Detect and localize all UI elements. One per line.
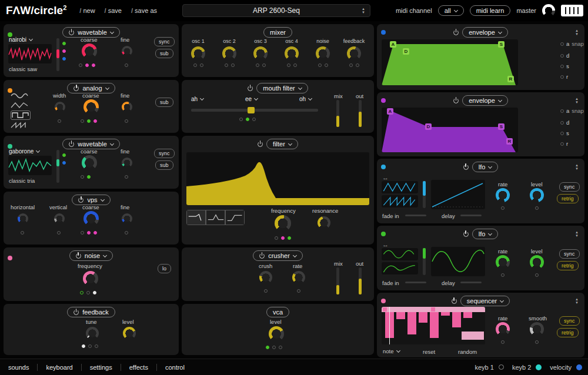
osc2-level-knob[interactable]: [222, 46, 236, 61]
seq-module-selector[interactable]: sequencer: [460, 296, 510, 306]
env-release-handle[interactable]: R: [507, 76, 514, 82]
snap-label[interactable]: snap: [572, 41, 584, 47]
osc3-fine-knob[interactable]: [122, 158, 132, 168]
env-attack-handle[interactable]: A: [387, 108, 393, 115]
lfo2-wave-thumb-2[interactable]: [382, 262, 418, 274]
power-icon[interactable]: [248, 86, 253, 91]
module-stepper-icon[interactable]: [575, 29, 579, 36]
filter-module-selector[interactable]: filter: [266, 139, 298, 149]
env-decay-handle[interactable]: D: [425, 123, 432, 130]
power-icon[interactable]: [453, 30, 459, 35]
power-icon[interactable]: [69, 30, 74, 35]
osc1-fine-knob[interactable]: [122, 46, 132, 56]
mod-source-circle[interactable]: [560, 109, 564, 113]
crusher-module-selector[interactable]: crusher: [253, 250, 303, 261]
lfo1-level-knob[interactable]: [530, 188, 544, 202]
mouth-module-selector[interactable]: mouth filter: [256, 83, 308, 93]
power-icon[interactable]: [78, 197, 83, 203]
seq-bars[interactable]: [385, 312, 472, 338]
env1-envelope-display[interactable]: A D S R: [382, 39, 518, 85]
filter-type-bandpass-icon[interactable]: [206, 210, 225, 225]
module-stepper-icon[interactable]: [575, 98, 579, 104]
vowel-a-dropdown[interactable]: ah: [191, 96, 203, 102]
vps-vertical-knob[interactable]: [54, 213, 65, 224]
mod-source-circle[interactable]: [560, 42, 564, 46]
osc1-sync-button[interactable]: sync: [154, 37, 175, 46]
env-release-handle[interactable]: R: [506, 138, 513, 145]
vps-coarse-knob[interactable]: [83, 211, 99, 226]
lfo2-level-knob[interactable]: [530, 255, 544, 269]
feedback-level-knob[interactable]: [123, 327, 136, 340]
lfo1-retrig-button[interactable]: retrig: [557, 194, 579, 203]
noise-frequency-knob[interactable]: [83, 271, 98, 286]
env2-envelope-display[interactable]: A D S R: [382, 108, 518, 152]
filter-type-highpass-icon[interactable]: [225, 210, 245, 225]
env2-module-selector[interactable]: envelope: [462, 95, 508, 106]
filter-frequency-knob[interactable]: [275, 215, 291, 232]
mod-source-circle[interactable]: [560, 75, 564, 79]
vca-level-knob[interactable]: [269, 326, 284, 341]
feedback-level-knob[interactable]: [347, 46, 361, 61]
faw-bars-icon[interactable]: [561, 5, 583, 16]
env1-module-selector[interactable]: envelope: [462, 27, 508, 38]
filter-curve-display[interactable]: [186, 152, 369, 205]
seq-sync-button[interactable]: sync: [559, 316, 580, 326]
osc3-sub-button[interactable]: sub: [155, 160, 173, 170]
mod-source-circle[interactable]: [560, 121, 564, 125]
power-icon[interactable]: [463, 165, 469, 170]
seq-random-label[interactable]: random: [458, 349, 477, 355]
seq-retrig-button[interactable]: retrig: [557, 328, 579, 337]
lfo2-retrig-button[interactable]: retrig: [557, 261, 579, 270]
analog-width-knob[interactable]: [55, 102, 65, 112]
power-icon[interactable]: [259, 253, 265, 259]
analog-sub-button[interactable]: sub: [155, 98, 173, 107]
power-icon[interactable]: [74, 310, 79, 315]
keyb2-indicator[interactable]: [536, 364, 542, 370]
seq-loop-handle-start[interactable]: [383, 307, 387, 312]
shape-sine-icon[interactable]: [11, 92, 31, 100]
osc4-level-knob[interactable]: [285, 46, 299, 61]
noise-module-selector[interactable]: noise: [69, 250, 113, 261]
seq-end-block[interactable]: [462, 332, 484, 340]
osc3-waveform-display[interactable]: [8, 156, 52, 175]
seq-note-dropdown[interactable]: note: [383, 348, 400, 354]
tab-sounds[interactable]: sounds: [0, 364, 37, 371]
fade-in-slider[interactable]: [405, 215, 426, 216]
env-sustain-handle[interactable]: S: [498, 123, 505, 130]
crusher-rate-knob[interactable]: [292, 271, 305, 284]
vps-fine-knob[interactable]: [122, 213, 132, 224]
crusher-mix-slider[interactable]: [336, 267, 339, 294]
seq-smooth-knob[interactable]: [530, 322, 544, 336]
mod-source-circle[interactable]: [560, 142, 564, 146]
osc1-waveform-display[interactable]: [8, 44, 52, 63]
preset-stepper-icon[interactable]: [362, 8, 365, 14]
env-attack-handle[interactable]: A: [390, 41, 396, 48]
mod-source-circle[interactable]: [560, 54, 564, 58]
mod-source-circle[interactable]: [560, 65, 564, 68]
delay-slider[interactable]: [460, 215, 482, 216]
feedback-tune-knob[interactable]: [86, 327, 99, 340]
osc1-coarse-knob[interactable]: [82, 43, 97, 59]
keyb1-indicator[interactable]: [499, 364, 504, 370]
noise-level-knob[interactable]: [316, 46, 330, 61]
master-volume-knob[interactable]: [542, 4, 555, 17]
power-icon[interactable]: [452, 299, 457, 304]
osc3-level-knob[interactable]: [253, 46, 268, 61]
crusher-out-slider[interactable]: [359, 267, 362, 294]
module-stepper-icon[interactable]: [575, 231, 579, 237]
filter-type-lowpass-icon[interactable]: [186, 210, 206, 225]
shape-saw-icon[interactable]: [11, 121, 31, 129]
analog-shape-selector[interactable]: [11, 92, 31, 129]
mouth-mix-slider[interactable]: [336, 100, 339, 127]
osc3-sync-button[interactable]: sync: [154, 149, 175, 158]
lfo1-rate-knob[interactable]: [496, 188, 510, 202]
fade-in-slider[interactable]: [405, 282, 426, 283]
power-icon[interactable]: [453, 98, 459, 103]
lfo1-sync-button[interactable]: sync: [559, 182, 580, 192]
feedback-module-selector[interactable]: feedback: [67, 307, 115, 317]
snap-label[interactable]: snap: [572, 108, 584, 114]
wavetable-preset-dropdown[interactable]: gaborone: [9, 148, 39, 155]
seq-reset-label[interactable]: reset: [423, 349, 435, 355]
lfo2-sync-button[interactable]: sync: [559, 249, 580, 259]
midi-channel-dropdown[interactable]: all: [438, 5, 464, 16]
